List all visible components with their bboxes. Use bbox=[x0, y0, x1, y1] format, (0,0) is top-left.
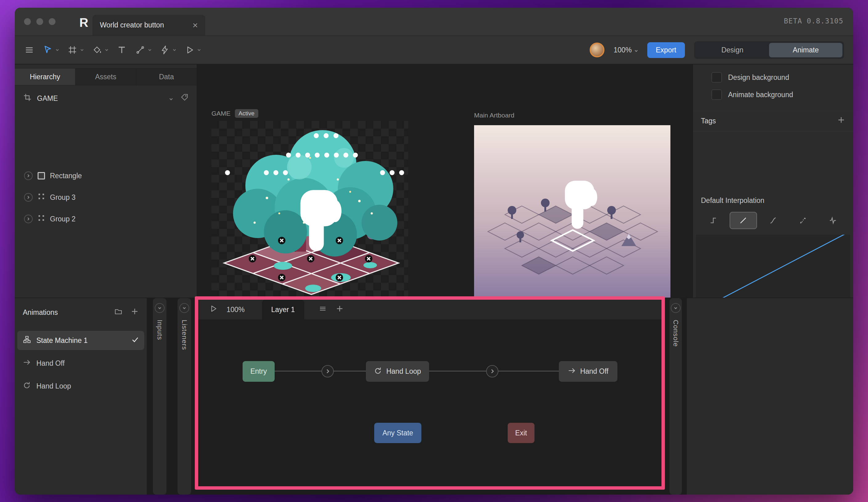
tree-item-label: Rectangle bbox=[50, 172, 82, 180]
transition-chevron-icon[interactable] bbox=[486, 365, 498, 377]
animation-item-hand-loop[interactable]: Hand Loop bbox=[17, 377, 144, 396]
chevron-down-icon[interactable] bbox=[155, 303, 165, 313]
inputs-tab-label: Inputs bbox=[156, 320, 164, 340]
tag-icon[interactable] bbox=[180, 93, 189, 104]
add-animation-icon[interactable] bbox=[131, 307, 139, 317]
chevron-down-icon[interactable] bbox=[55, 49, 59, 51]
chevron-down-icon[interactable] bbox=[105, 49, 108, 51]
any-state-node[interactable]: Any State bbox=[374, 423, 421, 443]
animation-item-state-machine[interactable]: State Machine 1 bbox=[17, 331, 144, 350]
main-artboard-artwork bbox=[474, 125, 670, 298]
tree-item-rectangle[interactable]: Rectangle bbox=[15, 165, 197, 186]
zoom-value: 100% bbox=[614, 46, 632, 54]
tree-item-label: Group 3 bbox=[50, 193, 75, 202]
artboard-icon bbox=[23, 93, 32, 104]
transition-chevron-icon[interactable] bbox=[321, 365, 334, 377]
tab-assets[interactable]: Assets bbox=[75, 69, 136, 85]
lightning-bolt-icon bbox=[160, 45, 170, 55]
entry-node[interactable]: Entry bbox=[242, 361, 275, 382]
game-artboard-surface[interactable] bbox=[211, 121, 408, 298]
interpolation-cubic-button[interactable] bbox=[760, 212, 787, 229]
select-tool[interactable] bbox=[42, 45, 59, 55]
expand-chevron-icon[interactable] bbox=[24, 215, 33, 223]
artboard-row[interactable]: GAME bbox=[15, 90, 197, 107]
animation-item-hand-off[interactable]: Hand Off bbox=[17, 354, 144, 373]
hand-loop-state-node[interactable]: Hand Loop bbox=[366, 361, 429, 382]
stage-canvas[interactable]: GAME Active bbox=[197, 64, 692, 298]
expand-chevron-icon[interactable] bbox=[24, 172, 33, 180]
interpolation-elastic-button[interactable] bbox=[819, 212, 846, 229]
add-layer-icon[interactable] bbox=[336, 305, 344, 315]
menu-button[interactable] bbox=[24, 45, 34, 55]
game-artwork bbox=[211, 121, 408, 298]
interpolation-buttons bbox=[700, 212, 846, 229]
expand-chevron-icon[interactable] bbox=[24, 193, 33, 202]
tree-item-group2[interactable]: Group 2 bbox=[15, 208, 197, 230]
state-machine-zoom-value[interactable]: 100% bbox=[227, 306, 245, 314]
frame-icon bbox=[67, 45, 78, 55]
document-tab[interactable]: World creator button × bbox=[92, 15, 205, 35]
chevron-down-icon[interactable] bbox=[671, 303, 681, 313]
design-mode-button[interactable]: Design bbox=[696, 43, 769, 57]
events-tool[interactable] bbox=[160, 45, 176, 55]
play-icon bbox=[184, 45, 195, 55]
play-tool[interactable] bbox=[184, 45, 201, 55]
paint-tool[interactable] bbox=[92, 45, 108, 55]
state-machine-graph[interactable]: Entry Hand Loop Hand Off Any State Exit bbox=[198, 319, 661, 486]
pen-tool[interactable] bbox=[135, 45, 152, 55]
hierarchy-panel: Hierarchy Assets Data GAME Rect bbox=[15, 64, 197, 298]
animate-mode-button[interactable]: Animate bbox=[769, 43, 843, 57]
interpolation-linear-button[interactable] bbox=[730, 212, 757, 229]
exit-node[interactable]: Exit bbox=[508, 423, 535, 443]
main-artboard-label: Main Artboard bbox=[474, 112, 515, 119]
tags-section-header: Tags bbox=[693, 111, 853, 131]
interpolation-custom-button[interactable] bbox=[789, 212, 817, 229]
export-button[interactable]: Export bbox=[647, 42, 685, 58]
listeners-tab-label: Listeners bbox=[180, 320, 188, 350]
main-artboard-surface[interactable] bbox=[474, 125, 670, 298]
add-tag-icon[interactable] bbox=[837, 116, 845, 126]
frame-tool[interactable] bbox=[67, 45, 84, 55]
animations-title: Animations bbox=[23, 308, 58, 317]
traffic-light-zoom[interactable] bbox=[49, 18, 55, 25]
hand-off-state-node[interactable]: Hand Off bbox=[559, 361, 617, 382]
close-tab-icon[interactable]: × bbox=[192, 21, 198, 30]
tree-item-group3[interactable]: Group 3 bbox=[15, 186, 197, 208]
folder-icon[interactable] bbox=[114, 307, 123, 318]
layer-tab[interactable]: Layer 1 bbox=[262, 300, 304, 319]
state-machine-icon bbox=[23, 336, 31, 345]
chevron-down-icon[interactable] bbox=[169, 94, 173, 103]
tab-hierarchy[interactable]: Hierarchy bbox=[15, 69, 75, 85]
listeners-strip[interactable]: Listeners bbox=[177, 298, 191, 495]
chevron-down-icon[interactable] bbox=[197, 49, 201, 51]
animation-item-label: State Machine 1 bbox=[37, 336, 87, 345]
mode-switch: Design Animate bbox=[694, 41, 844, 59]
traffic-light-close[interactable] bbox=[24, 18, 31, 25]
default-interpolation-label: Default Interpolation bbox=[701, 196, 764, 205]
tab-data[interactable]: Data bbox=[136, 69, 197, 85]
transition-line[interactable] bbox=[275, 371, 366, 371]
play-icon[interactable] bbox=[209, 304, 218, 315]
zoom-control[interactable]: 100% bbox=[614, 46, 638, 54]
console-tab-label: Console bbox=[672, 320, 680, 347]
state-machine-panel: 100% Layer 1 Entry bbox=[198, 300, 661, 486]
animate-background-checkbox[interactable] bbox=[711, 90, 722, 100]
bottom-right-panel bbox=[687, 298, 853, 495]
group-icon bbox=[38, 214, 45, 224]
chevron-down-icon[interactable] bbox=[179, 303, 189, 313]
interpolation-hold-button[interactable] bbox=[700, 212, 727, 229]
user-avatar[interactable] bbox=[590, 43, 604, 57]
inputs-strip[interactable]: Inputs bbox=[153, 298, 166, 495]
layer-options-icon[interactable] bbox=[318, 304, 327, 315]
chevron-down-icon[interactable] bbox=[148, 49, 152, 51]
console-strip[interactable]: Console bbox=[670, 298, 682, 495]
design-background-checkbox[interactable] bbox=[711, 72, 722, 83]
interpolation-curve-graph[interactable] bbox=[696, 235, 850, 298]
text-tool[interactable] bbox=[116, 45, 127, 55]
chevron-down-icon[interactable] bbox=[80, 49, 84, 51]
panel-tabs: Hierarchy Assets Data bbox=[15, 68, 197, 85]
beta-version-label: BETA 0.8.3105 bbox=[784, 17, 843, 25]
traffic-light-minimize[interactable] bbox=[37, 18, 43, 25]
entry-node-label: Entry bbox=[250, 367, 267, 376]
chevron-down-icon[interactable] bbox=[173, 49, 176, 51]
